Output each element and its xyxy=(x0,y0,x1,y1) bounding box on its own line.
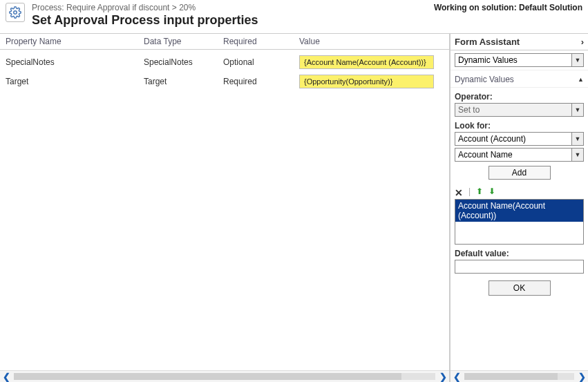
property-row[interactable]: SpecialNotes SpecialNotes Optional {Acco… xyxy=(6,52,444,72)
dynamic-values-label: Dynamic Values xyxy=(455,75,514,84)
list-item[interactable]: Account Name(Account (Account)) xyxy=(455,200,583,222)
properties-header: Property Name Data Type Required Value xyxy=(0,34,449,50)
operator-label: Operator: xyxy=(455,92,584,102)
horizontal-scrollbar[interactable]: ❮ ❯ xyxy=(0,370,449,382)
scroll-thumb[interactable] xyxy=(14,373,401,380)
ok-button[interactable]: OK xyxy=(489,280,551,296)
selected-fields-list[interactable]: Account Name(Account (Account)) xyxy=(455,199,584,245)
scroll-track[interactable] xyxy=(14,373,435,380)
working-on-label: Working on solution: xyxy=(434,3,517,12)
form-assistant-header: Form Assistant › xyxy=(451,34,588,50)
property-name: SpecialNotes xyxy=(6,57,144,67)
page-title: Set Approval Process input properties xyxy=(32,13,434,28)
move-down-icon[interactable]: ⬇ xyxy=(489,187,495,196)
scroll-left-icon[interactable]: ❮ xyxy=(0,371,12,383)
scroll-left-icon[interactable]: ❮ xyxy=(451,371,463,383)
scroll-right-icon[interactable]: ❯ xyxy=(576,371,588,383)
dynamic-values-dropdown[interactable] xyxy=(455,53,584,67)
separator: | xyxy=(468,187,471,196)
property-value-input[interactable]: {Opportunity(Opportunity)} xyxy=(299,75,434,88)
add-button[interactable]: Add xyxy=(489,166,551,180)
move-up-icon[interactable]: ⬆ xyxy=(476,187,483,196)
operator-dropdown[interactable] xyxy=(455,103,584,117)
property-name: Target xyxy=(6,77,144,86)
default-value-input[interactable] xyxy=(455,260,584,274)
scroll-track[interactable] xyxy=(464,373,574,380)
form-assistant-title: Form Assistant xyxy=(455,37,520,47)
scroll-thumb[interactable] xyxy=(464,373,558,380)
property-type: SpecialNotes xyxy=(144,57,223,67)
col-header-required: Required xyxy=(223,37,299,46)
property-required: Required xyxy=(223,77,299,86)
chevron-right-icon[interactable]: › xyxy=(581,37,584,47)
dynamic-values-section-header[interactable]: Dynamic Values ▲ xyxy=(451,70,588,88)
property-type: Target xyxy=(144,77,223,86)
chevron-up-icon: ▲ xyxy=(578,76,584,83)
solution-name: Default Solution xyxy=(519,3,582,12)
col-header-data-type: Data Type xyxy=(144,37,223,46)
col-header-property-name: Property Name xyxy=(6,37,144,46)
working-on-solution: Working on solution: Default Solution xyxy=(434,3,582,12)
page-header: Process: Require Approval if discount > … xyxy=(0,0,588,34)
col-header-value: Value xyxy=(299,37,444,46)
lookfor-field-dropdown[interactable] xyxy=(455,148,584,162)
gear-icon xyxy=(6,3,25,22)
svg-point-0 xyxy=(14,11,17,15)
process-line: Process: Require Approval if discount > … xyxy=(32,3,434,12)
form-assistant-pane: Form Assistant › ▼ Dynamic Values ▲ Oper… xyxy=(450,34,588,382)
default-value-label: Default value: xyxy=(455,249,584,258)
scroll-right-icon[interactable]: ❯ xyxy=(437,371,449,383)
lookfor-entity-dropdown[interactable] xyxy=(455,132,584,146)
property-value-input[interactable]: {Account Name(Account (Account))} xyxy=(299,55,434,69)
process-label: Process: xyxy=(32,3,64,12)
properties-pane: Property Name Data Type Required Value S… xyxy=(0,34,450,382)
property-row[interactable]: Target Target Required {Opportunity(Oppo… xyxy=(6,72,444,91)
delete-icon[interactable]: ✕ xyxy=(455,187,463,195)
lookfor-label: Look for: xyxy=(455,121,584,131)
process-name: Require Approval if discount > 20% xyxy=(66,3,196,12)
horizontal-scrollbar[interactable]: ❮ ❯ xyxy=(451,370,588,382)
property-required: Optional xyxy=(223,57,299,67)
